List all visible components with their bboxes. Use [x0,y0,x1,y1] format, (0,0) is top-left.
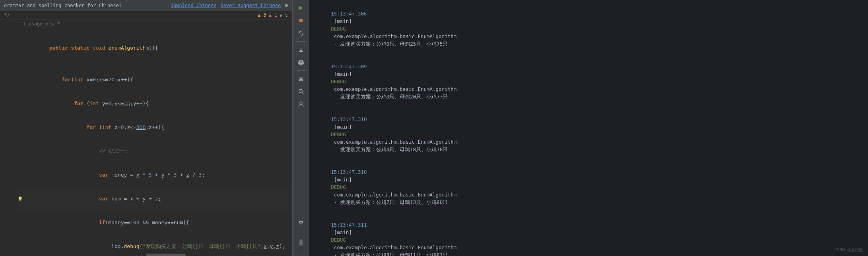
code-line: var money = x * 5 + y * 3 + z / 3; [0,163,292,187]
code-content: var num = x + y + z; [23,187,292,211]
line-number [0,163,18,187]
cut-button[interactable] [295,73,307,84]
user-button[interactable] [295,98,307,110]
nav-down-icon[interactable]: ∨ [285,12,288,18]
code-content: for (int y=0;y<=33;y++){ [23,92,292,115]
notification-actions: Download Chinese Never suggest Chinese ⚙ [171,2,288,8]
download-chinese-link[interactable]: Download Chinese [171,3,217,8]
output-content[interactable]: 15:13:47.306 [main] DEBUG com.example.al… [309,0,868,256]
log-line: 15:13:47.310 [main] DEBUG com.example.al… [313,108,864,161]
pin-button[interactable] [295,218,307,229]
line-number [0,187,18,211]
code-content [23,28,292,36]
code-line [0,60,292,68]
scrollbar-thumb-h [146,254,186,256]
editor-status: ▲ 3 ▲ 1 ∧ ∨ [258,12,288,18]
code-line: if(money==100 && money==num){ [0,211,292,235]
code-line: log.debug("发现购买方案：公鸡{}只、母鸡{}只、小鸡{}只",x,y… [0,235,292,253]
warnings-badge: ▲ 3 [258,12,266,18]
line-number [0,211,18,235]
notification-gear-icon[interactable]: ⚙ [285,2,288,8]
log-line: 15:13:47.310 [main] DEBUG com.example.al… [313,161,864,214]
comment-close: */ [4,12,10,18]
line-number [0,68,18,92]
search-button[interactable] [295,86,307,97]
code-content: if(money==100 && money==num){ [23,211,292,235]
line-number [0,92,18,115]
code-line: for (int z=0;z<=300;z++){ [0,115,292,139]
code-content: public static void enumAlgorithm(){ [23,36,292,60]
nav-up-icon[interactable]: ∧ [280,12,283,18]
svg-point-12 [300,102,302,104]
line-number [0,235,18,253]
download-button[interactable] [295,44,307,55]
code-line: public static void enumAlgorithm(){ [0,36,292,60]
line-number [0,115,18,139]
code-content: // 公式一： [23,139,292,163]
code-line [0,28,292,36]
bulb-icon[interactable]: 💡 [17,196,23,202]
code-content: for (int z=0;z<=300;z++){ [23,115,292,139]
svg-rect-4 [299,60,303,62]
log-line: 15:13:47.309 [main] DEBUG com.example.al… [313,55,864,108]
toolbar-separator-2 [295,70,307,71]
output-pane: 15:13:47.306 [main] DEBUG com.example.al… [309,0,868,256]
svg-point-10 [299,89,302,92]
line-indicator [18,211,23,235]
watermark: CSDN @流沙然 [834,247,863,253]
line-indicator [18,235,23,253]
line-number [0,60,18,68]
code-line-bulb: 💡 var num = x + y + z; [0,187,292,211]
line-indicator [18,139,23,163]
log-line: 15:13:47.306 [main] DEBUG com.example.al… [313,2,864,55]
svg-marker-0 [299,6,303,10]
line-number [0,36,18,60]
line-indicator [18,92,23,115]
scroll-indicator-thumb [299,239,303,246]
notification-text: grammar and spelling checker for Chinese… [4,3,122,8]
svg-rect-1 [299,19,303,22]
line-indicator [18,28,23,36]
code-line: // 公式一： [0,139,292,163]
code-line: for (int y=0;y<=33;y++){ [0,92,292,115]
code-area[interactable]: public static void enumAlgorithm(){ for(… [0,28,292,253]
line-indicator [18,60,23,68]
code-content: for(int x=0;x<=20;x++){ [23,68,292,92]
editor-pane: grammar and spelling checker for Chinese… [0,0,292,256]
line-indicator [18,115,23,139]
code-content [23,60,292,68]
line-indicator [18,36,23,60]
code-line: for(int x=0;x<=20;x++){ [0,68,292,92]
run-button[interactable] [295,2,307,13]
editor-subheader: */ ▲ 3 ▲ 1 ∧ ∨ [0,11,292,19]
bulb-indicator[interactable]: 💡 [18,187,23,211]
line-indicator [18,163,23,187]
print-button[interactable] [295,57,307,68]
svg-line-11 [302,92,303,94]
reload-button[interactable] [295,28,307,39]
line-number [0,139,18,163]
line-indicator [18,68,23,92]
code-content: log.debug("发现购买方案：公鸡{}只、母鸡{}只、小鸡{}只",x,y… [23,235,292,253]
never-suggest-link[interactable]: Never suggest Chinese [220,3,281,8]
toolbar-separator [295,41,307,42]
log-line: 15:13:47.311 [main] DEBUG com.example.al… [313,214,864,256]
line-number [0,28,18,36]
code-content: var money = x * 5 + y * 3 + z / 3; [23,163,292,187]
right-toolbar [292,0,309,256]
vertical-scroll-indicator [299,232,303,252]
stop-button[interactable] [295,15,307,26]
usage-hint: 1 usage new * [0,19,292,28]
horizontal-scrollbar[interactable] [0,253,292,256]
notification-bar: grammar and spelling checker for Chinese… [0,0,292,11]
errors-badge: ▲ 1 [269,12,278,18]
